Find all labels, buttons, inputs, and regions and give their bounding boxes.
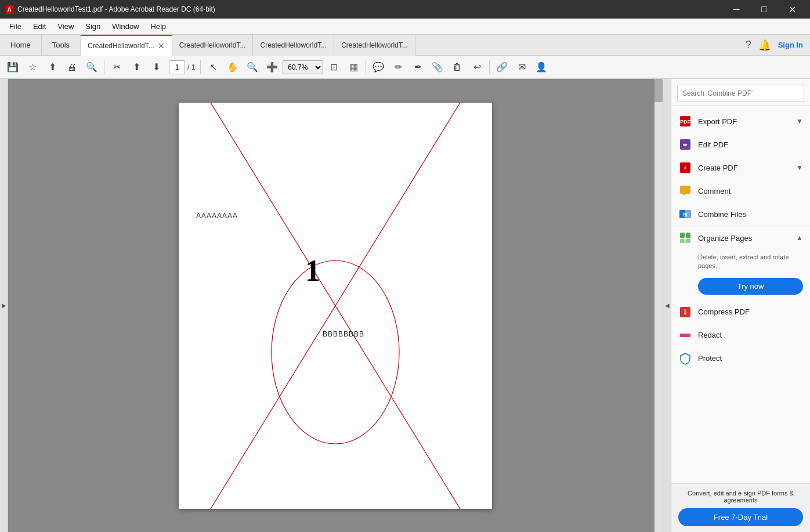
sign-in-button[interactable]: Sign In [778, 41, 803, 49]
left-panel-toggle[interactable]: ▶ [0, 79, 8, 532]
zoom-out-button[interactable]: 🔍 [243, 58, 262, 77]
try-now-button[interactable]: Try now [698, 278, 803, 295]
window-title: CreatedHelloworldTest1.pdf - Adobe Acrob… [17, 5, 215, 13]
fit-page-button[interactable]: ⊡ [324, 58, 343, 77]
organize-section: Organize Pages ▲ Delete, insert, extract… [671, 226, 810, 301]
email-button[interactable]: ✉ [512, 58, 531, 77]
separator-4 [489, 60, 490, 74]
svg-point-2 [272, 260, 399, 444]
tool-comment[interactable]: Comment [671, 179, 810, 202]
svg-text:⇓: ⇓ [682, 308, 688, 316]
svg-marker-10 [682, 194, 685, 196]
tab-doc-1-label: CreatedHelloworldT... [179, 41, 246, 49]
tool-edit-pdf[interactable]: ✏ Edit PDF [671, 133, 810, 156]
tab-doc-3-label: CreatedHelloworldT... [341, 41, 408, 49]
svg-rect-17 [686, 239, 690, 243]
hand-tool-button[interactable]: ✋ [223, 58, 242, 77]
separator-2 [200, 60, 201, 74]
app-icon: A [5, 5, 14, 14]
tab-doc-0[interactable]: CreatedHelloworldT... ✕ [81, 35, 172, 56]
svg-rect-20 [680, 334, 690, 337]
marquee-zoom-button[interactable]: ▦ [344, 58, 363, 77]
tool-protect[interactable]: Protect [671, 347, 810, 370]
pdf-scrollbar-thumb[interactable] [654, 79, 663, 102]
tool-compress-pdf[interactable]: ⇓ Compress PDF [671, 301, 810, 324]
maximize-button[interactable]: □ [751, 0, 778, 19]
tab-tools[interactable]: Tools [42, 35, 81, 56]
organize-pages-desc: Delete, insert, extract and rotate pages… [671, 249, 810, 274]
notification-icon[interactable]: 🔔 [758, 39, 771, 52]
menu-view[interactable]: View [53, 20, 78, 33]
export-pdf-arrow: ▼ [796, 117, 803, 125]
tool-combine-files[interactable]: ⊞ Combine Files [671, 202, 810, 226]
redact-icon [678, 328, 692, 342]
stamp-button[interactable]: 📎 [428, 58, 447, 77]
tool-organize-pages[interactable]: Organize Pages ▲ [671, 226, 810, 249]
separator-1 [104, 60, 104, 74]
svg-text:✏: ✏ [683, 142, 688, 148]
create-pdf-arrow: ▼ [796, 164, 803, 172]
pdf-text-a: AAAAAAAA [196, 212, 238, 220]
tab-doc-3[interactable]: CreatedHelloworldT... [334, 35, 415, 56]
right-panel-toggle[interactable]: ◀ [663, 79, 671, 532]
pdf-page: AAAAAAAA BBBBBBBB 1 [179, 103, 492, 509]
organize-pages-arrow: ▲ [796, 234, 803, 242]
toolbar: 💾 ☆ ⬆ 🖨 🔍 ✂ ⬆ ⬇ / 1 ↖ ✋ 🔍 ➕ 60.7% 50% 75… [0, 56, 810, 79]
menu-file[interactable]: File [5, 20, 26, 33]
compress-pdf-label: Compress PDF [698, 307, 803, 316]
menu-window[interactable]: Window [107, 20, 143, 33]
comment-button[interactable]: 💬 [369, 58, 388, 77]
combine-files-label: Combine Files [698, 210, 803, 219]
tab-doc-2[interactable]: CreatedHelloworldT... [253, 35, 334, 56]
tool-search-input[interactable] [677, 85, 804, 102]
menu-help[interactable]: Help [146, 20, 171, 33]
cut-button[interactable]: ✂ [107, 58, 126, 77]
svg-rect-9 [680, 186, 690, 194]
tab-doc-1[interactable]: CreatedHelloworldT... [172, 35, 254, 56]
right-panel: PDF Export PDF ▼ ✏ Edit PDF + Create PDF… [671, 79, 810, 532]
right-panel-search [671, 79, 810, 106]
zoom-select[interactable]: 60.7% 50% 75% 100% 125% [283, 60, 323, 74]
bookmark-button[interactable]: ☆ [23, 58, 42, 77]
page-input[interactable] [169, 60, 185, 74]
minimize-button[interactable]: ─ [723, 0, 750, 19]
tool-export-pdf[interactable]: PDF Export PDF ▼ [671, 110, 810, 133]
tool-create-pdf[interactable]: + Create PDF ▼ [671, 156, 810, 179]
save-button[interactable]: 💾 [3, 58, 22, 77]
pdf-text-b: BBBBBBBB [323, 330, 364, 338]
find-button[interactable]: 🔍 [82, 58, 101, 77]
redact-label: Redact [698, 331, 803, 339]
svg-rect-15 [686, 233, 690, 238]
draw-button[interactable]: ✒ [408, 58, 427, 77]
menu-bar: File Edit View Sign Window Help [0, 19, 810, 35]
highlight-button[interactable]: ✏ [389, 58, 407, 77]
delete-button[interactable]: 🗑 [448, 58, 467, 77]
menu-edit[interactable]: Edit [28, 20, 50, 33]
tab-doc-0-label: CreatedHelloworldT... [88, 42, 154, 50]
tab-doc-2-label: CreatedHelloworldT... [260, 41, 327, 49]
pdf-scrollbar[interactable] [654, 79, 663, 532]
print-button[interactable]: 🖨 [63, 58, 81, 77]
title-bar: A CreatedHelloworldTest1.pdf - Adobe Acr… [0, 0, 810, 19]
select-tool-button[interactable]: ↖ [204, 58, 222, 77]
account-button[interactable]: 👤 [532, 58, 551, 77]
svg-text:PDF: PDF [680, 119, 691, 125]
zoom-in-button[interactable]: ➕ [263, 58, 281, 77]
upload-button[interactable]: ⬆ [43, 58, 62, 77]
pdf-viewer[interactable]: AAAAAAAA BBBBBBBB 1 [8, 79, 663, 532]
tool-redact[interactable]: Redact [671, 324, 810, 347]
tabs-right: ? 🔔 Sign In [746, 39, 810, 52]
prev-page-button[interactable]: ⬆ [127, 58, 146, 77]
main-area: ▶ AAAAAAAA BBBBBBBB 1 ◀ [0, 79, 810, 532]
menu-sign[interactable]: Sign [81, 20, 105, 33]
tab-home[interactable]: Home [0, 35, 42, 56]
help-icon[interactable]: ? [746, 39, 751, 51]
link-button[interactable]: 🔗 [493, 58, 511, 77]
tab-doc-0-close[interactable]: ✕ [158, 41, 165, 50]
undo-button[interactable]: ↩ [468, 58, 486, 77]
free-trial-button[interactable]: Free 7-Day Trial [678, 508, 803, 526]
edit-pdf-label: Edit PDF [698, 140, 803, 149]
tabs-bar: Home Tools CreatedHelloworldT... ✕ Creat… [0, 35, 810, 56]
next-page-button[interactable]: ⬇ [147, 58, 165, 77]
close-button[interactable]: ✕ [779, 0, 805, 19]
